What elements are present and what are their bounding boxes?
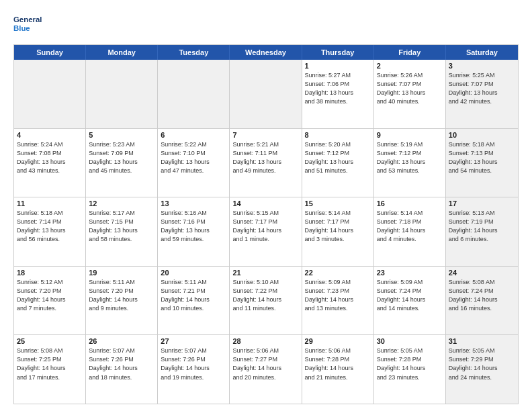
logo: General Blue: [13, 11, 47, 38]
cal-cell-3-4: 14Sunrise: 5:15 AM Sunset: 7:17 PM Dayli…: [230, 197, 302, 266]
day-info: Sunrise: 5:25 AM Sunset: 7:07 PM Dayligh…: [449, 71, 515, 106]
cal-header-monday: Monday: [86, 45, 158, 60]
day-info: Sunrise: 5:05 AM Sunset: 7:29 PM Dayligh…: [449, 347, 515, 381]
logo-svg: General Blue: [13, 11, 47, 38]
cal-header-tuesday: Tuesday: [158, 45, 230, 60]
cal-cell-1-7: 3Sunrise: 5:25 AM Sunset: 7:07 PM Daylig…: [446, 60, 518, 128]
day-number: 14: [232, 199, 298, 208]
day-info: Sunrise: 5:10 AM Sunset: 7:22 PM Dayligh…: [232, 278, 298, 313]
day-number: 30: [377, 337, 443, 345]
day-info: Sunrise: 5:23 AM Sunset: 7:09 PM Dayligh…: [89, 140, 154, 175]
day-info: Sunrise: 5:06 AM Sunset: 7:27 PM Dayligh…: [232, 347, 298, 381]
cal-header-thursday: Thursday: [302, 45, 374, 60]
cal-week-2: 4Sunrise: 5:24 AM Sunset: 7:08 PM Daylig…: [14, 129, 518, 198]
cal-header-sunday: Sunday: [14, 45, 86, 60]
day-info: Sunrise: 5:18 AM Sunset: 7:13 PM Dayligh…: [449, 140, 515, 175]
calendar-header: SundayMondayTuesdayWednesdayThursdayFrid…: [14, 45, 518, 60]
page: General Blue SundayMondayTuesdayWednesda…: [0, 0, 532, 411]
day-info: Sunrise: 5:20 AM Sunset: 7:12 PM Dayligh…: [305, 140, 371, 175]
cal-cell-2-7: 10Sunrise: 5:18 AM Sunset: 7:13 PM Dayli…: [446, 129, 518, 197]
cal-cell-4-5: 22Sunrise: 5:09 AM Sunset: 7:23 PM Dayli…: [302, 267, 374, 335]
day-number: 15: [305, 199, 371, 208]
day-info: Sunrise: 5:08 AM Sunset: 7:25 PM Dayligh…: [17, 347, 83, 381]
svg-text:Blue: Blue: [13, 24, 30, 32]
day-number: 26: [89, 337, 154, 345]
cal-cell-3-1: 11Sunrise: 5:18 AM Sunset: 7:14 PM Dayli…: [14, 197, 86, 266]
day-number: 1: [305, 62, 371, 70]
day-info: Sunrise: 5:12 AM Sunset: 7:20 PM Dayligh…: [17, 278, 83, 313]
cal-cell-2-1: 4Sunrise: 5:24 AM Sunset: 7:08 PM Daylig…: [14, 129, 86, 197]
day-number: 9: [377, 131, 443, 139]
cal-cell-1-2: [86, 60, 158, 128]
day-info: Sunrise: 5:27 AM Sunset: 7:06 PM Dayligh…: [305, 71, 371, 106]
cal-header-wednesday: Wednesday: [230, 45, 302, 60]
day-info: Sunrise: 5:21 AM Sunset: 7:11 PM Dayligh…: [232, 140, 298, 175]
svg-text:General: General: [13, 15, 42, 24]
day-info: Sunrise: 5:07 AM Sunset: 7:26 PM Dayligh…: [89, 347, 154, 381]
day-info: Sunrise: 5:05 AM Sunset: 7:28 PM Dayligh…: [377, 347, 443, 381]
day-info: Sunrise: 5:14 AM Sunset: 7:17 PM Dayligh…: [305, 209, 371, 244]
cal-cell-5-7: 31Sunrise: 5:05 AM Sunset: 7:29 PM Dayli…: [446, 335, 518, 404]
day-info: Sunrise: 5:17 AM Sunset: 7:15 PM Dayligh…: [89, 209, 154, 244]
day-info: Sunrise: 5:19 AM Sunset: 7:12 PM Dayligh…: [377, 140, 443, 175]
day-number: 27: [161, 337, 226, 345]
day-number: 3: [449, 62, 515, 70]
day-number: 31: [449, 337, 515, 345]
cal-cell-4-4: 21Sunrise: 5:10 AM Sunset: 7:22 PM Dayli…: [230, 267, 302, 335]
cal-cell-4-7: 24Sunrise: 5:08 AM Sunset: 7:24 PM Dayli…: [446, 267, 518, 335]
cal-cell-1-4: [230, 60, 302, 128]
cal-cell-3-2: 12Sunrise: 5:17 AM Sunset: 7:15 PM Dayli…: [86, 197, 158, 266]
day-info: Sunrise: 5:26 AM Sunset: 7:07 PM Dayligh…: [377, 71, 443, 106]
cal-week-1: 1Sunrise: 5:27 AM Sunset: 7:06 PM Daylig…: [14, 60, 518, 129]
day-number: 25: [17, 337, 83, 345]
cal-cell-3-6: 16Sunrise: 5:14 AM Sunset: 7:18 PM Dayli…: [374, 197, 446, 266]
cal-cell-1-1: [14, 60, 86, 128]
day-number: 23: [377, 269, 443, 277]
day-info: Sunrise: 5:16 AM Sunset: 7:16 PM Dayligh…: [161, 209, 226, 244]
cal-cell-3-5: 15Sunrise: 5:14 AM Sunset: 7:17 PM Dayli…: [302, 197, 374, 266]
cal-header-friday: Friday: [374, 45, 446, 60]
cal-week-3: 11Sunrise: 5:18 AM Sunset: 7:14 PM Dayli…: [14, 197, 518, 267]
day-number: 16: [377, 199, 443, 208]
day-number: 8: [305, 131, 371, 139]
cal-cell-4-2: 19Sunrise: 5:11 AM Sunset: 7:20 PM Dayli…: [86, 267, 158, 335]
day-info: Sunrise: 5:13 AM Sunset: 7:19 PM Dayligh…: [449, 209, 515, 244]
cal-cell-2-4: 7Sunrise: 5:21 AM Sunset: 7:11 PM Daylig…: [230, 129, 302, 197]
day-number: 18: [17, 269, 83, 277]
cal-cell-1-3: [158, 60, 230, 128]
day-number: 6: [161, 131, 226, 139]
calendar: SundayMondayTuesdayWednesdayThursdayFrid…: [13, 44, 519, 404]
cal-cell-4-3: 20Sunrise: 5:11 AM Sunset: 7:21 PM Dayli…: [158, 267, 230, 335]
day-number: 20: [161, 269, 226, 277]
day-info: Sunrise: 5:22 AM Sunset: 7:10 PM Dayligh…: [161, 140, 226, 175]
day-number: 12: [89, 199, 154, 208]
cal-cell-2-5: 8Sunrise: 5:20 AM Sunset: 7:12 PM Daylig…: [302, 129, 374, 197]
day-number: 11: [17, 199, 83, 208]
cal-cell-5-2: 26Sunrise: 5:07 AM Sunset: 7:26 PM Dayli…: [86, 335, 158, 404]
day-info: Sunrise: 5:14 AM Sunset: 7:18 PM Dayligh…: [377, 209, 443, 244]
header: General Blue: [13, 11, 519, 38]
day-number: 5: [89, 131, 154, 139]
day-number: 4: [17, 131, 83, 139]
day-number: 28: [232, 337, 298, 345]
day-info: Sunrise: 5:08 AM Sunset: 7:24 PM Dayligh…: [449, 278, 515, 313]
day-info: Sunrise: 5:11 AM Sunset: 7:21 PM Dayligh…: [161, 278, 226, 313]
day-number: 7: [232, 131, 298, 139]
day-info: Sunrise: 5:06 AM Sunset: 7:28 PM Dayligh…: [305, 347, 371, 381]
cal-week-4: 18Sunrise: 5:12 AM Sunset: 7:20 PM Dayli…: [14, 267, 518, 336]
day-info: Sunrise: 5:15 AM Sunset: 7:17 PM Dayligh…: [232, 209, 298, 244]
cal-cell-5-6: 30Sunrise: 5:05 AM Sunset: 7:28 PM Dayli…: [374, 335, 446, 404]
cal-cell-4-6: 23Sunrise: 5:09 AM Sunset: 7:24 PM Dayli…: [374, 267, 446, 335]
day-number: 22: [305, 269, 371, 277]
day-info: Sunrise: 5:24 AM Sunset: 7:08 PM Dayligh…: [17, 140, 83, 175]
cal-header-saturday: Saturday: [446, 45, 518, 60]
day-info: Sunrise: 5:07 AM Sunset: 7:26 PM Dayligh…: [161, 347, 226, 381]
day-number: 17: [449, 199, 515, 208]
day-number: 2: [377, 62, 443, 70]
day-number: 10: [449, 131, 515, 139]
cal-cell-4-1: 18Sunrise: 5:12 AM Sunset: 7:20 PM Dayli…: [14, 267, 86, 335]
day-info: Sunrise: 5:18 AM Sunset: 7:14 PM Dayligh…: [17, 209, 83, 244]
cal-cell-3-7: 17Sunrise: 5:13 AM Sunset: 7:19 PM Dayli…: [446, 197, 518, 266]
cal-cell-5-3: 27Sunrise: 5:07 AM Sunset: 7:26 PM Dayli…: [158, 335, 230, 404]
day-number: 19: [89, 269, 154, 277]
